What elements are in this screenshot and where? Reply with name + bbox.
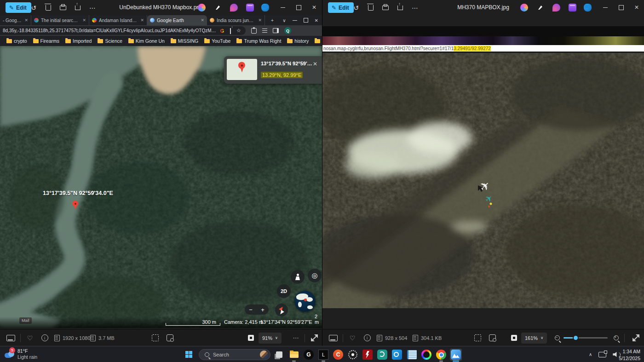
desktop: ✎Edit ↺ ⋯ UnDebunked MH370 Mapbox.png ✕ … [0, 0, 644, 362]
taskbar-app-colorwheel[interactable] [420, 349, 432, 361]
pencil-icon: ✎ [332, 5, 336, 11]
print-button[interactable] [380, 3, 391, 12]
more-icon: ⋯ [293, 334, 299, 341]
locate-icon: ◎ [311, 271, 317, 280]
info-button[interactable]: i [361, 329, 373, 346]
cursor-coordinates: 13°17'34"N 92°59'27"E [260, 319, 312, 325]
zoom-dropdown[interactable]: 161%∨ [521, 329, 547, 346]
maximize-button[interactable] [291, 0, 306, 15]
taskbar-app-lightning[interactable] [362, 349, 374, 361]
crop-button[interactable] [149, 329, 161, 346]
close-button[interactable]: ✕ [629, 0, 644, 15]
info-button[interactable]: i [39, 329, 51, 346]
rotate-button[interactable]: ↺ [29, 3, 39, 12]
printer-icon [60, 6, 66, 10]
google-earth-view: 13°17'39.5"N 92°59'… 13.29°N, 92.99°E ✕ … [0, 46, 322, 328]
zoom-slider[interactable] [563, 329, 609, 346]
delete-button[interactable] [366, 3, 376, 12]
more-options-button[interactable]: ⋯ [290, 329, 302, 346]
share-button[interactable] [395, 3, 405, 12]
close-button[interactable]: ✕ [306, 0, 322, 15]
globe-overview [294, 291, 316, 312]
taskbar-app-ccleaner[interactable]: C [332, 349, 344, 361]
fit-to-window-button[interactable] [245, 329, 257, 346]
reading-list-icon [262, 29, 267, 33]
camera-altitude: Camera: 2,415 m [224, 319, 263, 325]
running-indicator [292, 361, 296, 362]
share-button[interactable] [73, 3, 83, 12]
browser-tab-strip: - Google S✕ The initial search area✕ And… [0, 15, 322, 25]
maximize-button[interactable] [613, 0, 629, 15]
heart-icon: ♡ [27, 334, 33, 342]
tray-chevron-up-icon[interactable]: ∧ [589, 352, 592, 357]
onedrive-icon[interactable] [261, 4, 269, 11]
filmstrip-icon [329, 335, 338, 341]
google-favicon: G [218, 28, 226, 34]
copilot-icon[interactable] [520, 4, 528, 11]
edit-button[interactable]: ✎Edit [6, 2, 31, 13]
clipchamp-icon[interactable] [230, 4, 238, 11]
video-editor-icon[interactable] [246, 4, 254, 11]
favorite-button[interactable]: ♡ [346, 329, 358, 346]
taskbar-app-recorder[interactable] [347, 349, 359, 361]
minimize-button[interactable] [275, 0, 291, 15]
filesize-icon [413, 335, 418, 341]
filmstrip-button[interactable] [326, 329, 340, 346]
browser-restore-icon [304, 18, 308, 23]
browser-minimize-icon [293, 20, 297, 21]
taskbar-app-photos-active[interactable] [450, 349, 462, 361]
minimize-button[interactable] [598, 0, 613, 15]
zoom-dropdown[interactable]: 91%∨ [259, 329, 282, 346]
rotate-icon: ↺ [31, 4, 36, 11]
taskbar-app-screenshot[interactable]: L [317, 349, 329, 361]
clipchamp-icon[interactable] [552, 4, 560, 11]
tab-google-earth-active: Google Earth✕ [147, 15, 207, 25]
print-button[interactable] [58, 3, 68, 12]
folder-icon [98, 39, 103, 43]
left-titlebar: ✎Edit ↺ ⋯ UnDebunked MH370 Mapbox.png ✕ [0, 0, 322, 15]
visual-search-button[interactable] [486, 329, 498, 346]
taskbar-search[interactable]: Search [199, 349, 270, 360]
onedrive-icon[interactable] [584, 4, 592, 11]
video-editor-icon[interactable] [569, 4, 576, 11]
zoom-slider-track[interactable] [564, 337, 608, 339]
filmstrip-button[interactable] [4, 329, 17, 346]
fullscreen-button[interactable] [308, 329, 320, 346]
logitech-g-icon: G [304, 350, 314, 360]
taskbar-clock[interactable]: 1:34 AM 5/12/2025 [612, 348, 640, 362]
zoom-slider-knob[interactable] [573, 335, 579, 341]
zoom-out-button[interactable]: − [552, 329, 563, 346]
place-card-coords: 13.29°N, 92.99°E [261, 72, 303, 78]
screenshot-tool-icon: L [318, 350, 328, 360]
delete-button[interactable] [43, 3, 53, 12]
rotate-button[interactable]: ↺ [351, 3, 361, 12]
taskbar-app-chrome[interactable] [435, 349, 447, 361]
taskbar-app-notepad[interactable] [406, 349, 418, 361]
chrome-icon [436, 350, 446, 360]
taskbar-app-spiral[interactable] [376, 349, 388, 361]
start-button[interactable] [185, 351, 192, 358]
copilot-icon[interactable] [198, 4, 206, 11]
fit-icon [248, 335, 254, 341]
taskbar-app-outlook[interactable] [391, 349, 403, 361]
fullscreen-button[interactable] [630, 329, 642, 346]
more-button[interactable]: ⋯ [410, 3, 420, 12]
divider [343, 334, 343, 342]
crop-icon [152, 334, 159, 341]
trash-icon [46, 5, 51, 11]
spiral-icon [377, 350, 387, 360]
tab-india-scours: India scours jungle isl✕ [207, 15, 265, 25]
crop-button[interactable] [472, 329, 483, 346]
more-button[interactable]: ⋯ [87, 3, 98, 12]
taskbar-app-logitech[interactable]: G [303, 349, 315, 361]
edit-button[interactable]: ✎Edit [328, 2, 354, 13]
fit-to-window-button[interactable] [508, 329, 520, 346]
file-size: 304.1 KB [413, 329, 442, 346]
zoom-in-button[interactable]: + [610, 329, 621, 346]
taskbar-app-file-explorer[interactable] [288, 349, 300, 361]
network-icon[interactable] [598, 352, 606, 357]
taskbar-app-task-view[interactable] [273, 349, 285, 361]
visual-search-button[interactable] [164, 329, 176, 346]
favorite-button[interactable]: ♡ [24, 329, 36, 346]
info-icon: i [41, 334, 48, 341]
